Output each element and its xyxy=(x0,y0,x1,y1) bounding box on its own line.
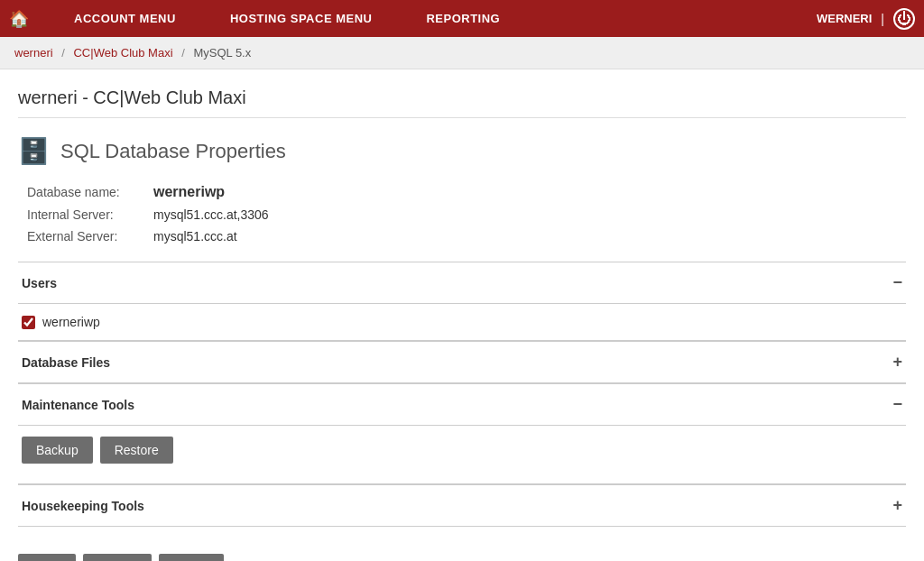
users-toggle-icon: − xyxy=(892,273,902,292)
maintenance-tools-header[interactable]: Maintenance Tools − xyxy=(18,384,906,426)
werneriwp-checkbox[interactable] xyxy=(22,316,35,329)
maintenance-action-buttons: Backup Restore xyxy=(22,437,902,464)
section-title: SQL Database Properties xyxy=(60,140,286,163)
delete-button[interactable]: Delete xyxy=(159,554,224,561)
maintenance-tools-toggle-icon: − xyxy=(892,395,902,414)
users-section-title: Users xyxy=(22,276,57,290)
maintenance-tools-section: Maintenance Tools − Backup Restore xyxy=(18,383,906,484)
internal-server-row: Internal Server: mysql51.ccc.at,3306 xyxy=(27,207,906,222)
save-button[interactable]: Save xyxy=(18,554,76,561)
username-label: WERNERI xyxy=(817,12,872,25)
database-files-section: Database Files + xyxy=(18,341,906,383)
breadcrumb-separator-1: / xyxy=(61,46,68,60)
housekeeping-tools-toggle-icon: + xyxy=(892,496,902,515)
database-name-value: werneriwp xyxy=(153,184,225,200)
housekeeping-tools-header[interactable]: Housekeeping Tools + xyxy=(18,485,906,527)
database-icon: 🗄️ xyxy=(18,136,50,166)
user-section: WERNERI | ⏻ xyxy=(817,8,915,30)
external-server-value: mysql51.ccc.at xyxy=(153,229,237,244)
cancel-button[interactable]: Cancel xyxy=(83,554,152,561)
database-files-title: Database Files xyxy=(22,355,110,370)
footer-buttons: Save Cancel Delete xyxy=(18,545,906,561)
external-server-label: External Server: xyxy=(27,229,153,244)
external-server-row: External Server: mysql51.ccc.at xyxy=(27,229,906,244)
database-files-header[interactable]: Database Files + xyxy=(18,342,906,383)
database-name-label: Database name: xyxy=(27,185,153,199)
housekeeping-tools-section: Housekeeping Tools + xyxy=(18,484,906,527)
main-content: werneri - CC|Web Club Maxi 🗄️ SQL Databa… xyxy=(0,69,924,561)
breadcrumb-ccweb[interactable]: CC|Web Club Maxi xyxy=(73,46,172,60)
breadcrumb-werneri[interactable]: werneri xyxy=(14,46,53,60)
home-icon[interactable]: 🏠 xyxy=(9,9,29,29)
account-menu-nav[interactable]: ACCOUNT MENU xyxy=(47,0,203,37)
breadcrumb: werneri / CC|Web Club Maxi / MySQL 5.x xyxy=(0,37,924,69)
restore-button[interactable]: Restore xyxy=(100,437,173,464)
database-name-row: Database name: werneriwp xyxy=(27,184,906,200)
top-navigation: 🏠 ACCOUNT MENU HOSTING SPACE MENU REPORT… xyxy=(0,0,924,37)
users-section: Users − werneriwp xyxy=(18,262,906,341)
breadcrumb-current: MySQL 5.x xyxy=(193,46,251,60)
internal-server-value: mysql51.ccc.at,3306 xyxy=(153,207,269,222)
power-icon[interactable]: ⏻ xyxy=(893,8,915,30)
werneriwp-label: werneriwp xyxy=(42,315,100,329)
housekeeping-tools-title: Housekeeping Tools xyxy=(22,499,144,513)
properties-section: Database name: werneriwp Internal Server… xyxy=(27,184,906,244)
breadcrumb-separator-2: / xyxy=(181,46,188,60)
maintenance-tools-body: Backup Restore xyxy=(18,426,906,484)
section-heading: 🗄️ SQL Database Properties xyxy=(18,136,906,166)
page-title: werneri - CC|Web Club Maxi xyxy=(18,87,906,118)
reporting-nav[interactable]: REPORTING xyxy=(399,0,527,37)
users-section-body: werneriwp xyxy=(18,304,906,341)
internal-server-label: Internal Server: xyxy=(27,207,153,222)
hosting-space-menu-nav[interactable]: HOSTING SPACE MENU xyxy=(203,0,400,37)
database-files-toggle-icon: + xyxy=(892,353,902,372)
user-item-werneriwp: werneriwp xyxy=(22,315,902,329)
users-section-header[interactable]: Users − xyxy=(18,262,906,304)
maintenance-tools-title: Maintenance Tools xyxy=(22,398,134,412)
username-separator: | xyxy=(881,12,884,26)
backup-button[interactable]: Backup xyxy=(22,437,93,464)
nav-items: ACCOUNT MENU HOSTING SPACE MENU REPORTIN… xyxy=(47,0,817,37)
